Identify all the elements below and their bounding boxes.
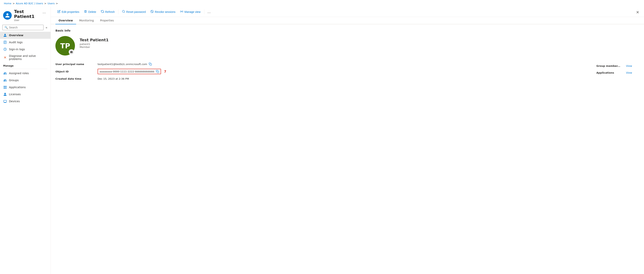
tab-monitoring[interactable]: Monitoring xyxy=(76,17,97,24)
sidebar-item-diagnose[interactable]: Diagnose and solve problems xyxy=(0,53,50,62)
svg-rect-8 xyxy=(6,86,6,87)
page-subtitle: User xyxy=(14,19,39,22)
applications-icon xyxy=(3,85,7,89)
main-content: ✕ Edit properties Delete xyxy=(51,7,644,274)
manage-view-icon xyxy=(180,10,183,14)
sidebar-item-applications[interactable]: Applications xyxy=(0,84,50,91)
basic-info-heading: Basic info xyxy=(56,29,639,32)
svg-point-12 xyxy=(122,10,124,12)
groups-icon xyxy=(3,78,7,82)
applications-view-link[interactable]: View xyxy=(626,71,632,74)
group-member-row: Group member... View xyxy=(596,63,639,69)
profile-info: Test Patient1 patient1 Member xyxy=(80,36,108,48)
tab-properties[interactable]: Properties xyxy=(97,17,117,24)
sidebar-header: Test Patient1 User ... xyxy=(0,7,50,23)
svg-rect-9 xyxy=(4,88,5,89)
edit-properties-label: Edit properties xyxy=(62,10,79,13)
diagnose-icon xyxy=(3,55,7,59)
change-photo-button[interactable] xyxy=(69,49,74,55)
search-icon: 🔍 xyxy=(4,26,8,29)
sidebar-item-overview[interactable]: Overview xyxy=(0,32,50,39)
collapse-button[interactable]: « xyxy=(45,25,48,30)
nav-items: Overview Audit logs Sign-in logs xyxy=(0,32,50,62)
copy-upn-button[interactable] xyxy=(149,63,152,66)
reset-password-button[interactable]: Reset password xyxy=(120,9,148,15)
tabs-bar: Overview Monitoring Properties xyxy=(51,17,644,24)
close-button[interactable]: ✕ xyxy=(636,10,639,15)
upn-value: testpatient1@testb2c.onmicrosoft.com xyxy=(98,63,152,66)
sidebar-item-audit-logs-label: Audit logs xyxy=(9,41,23,44)
devices-icon xyxy=(3,99,7,103)
sidebar-item-licenses-label: Licenses xyxy=(9,93,21,96)
toolbar: Edit properties Delete Refresh xyxy=(51,7,644,17)
breadcrumb-aad[interactable]: Azure AD B2C | Users xyxy=(16,2,43,5)
sidebar-item-assigned-roles[interactable]: Assigned roles xyxy=(0,70,50,77)
manage-view-button[interactable]: Manage view xyxy=(178,9,202,15)
overview-icon xyxy=(3,33,7,37)
breadcrumb-home[interactable]: Home xyxy=(4,2,11,5)
refresh-label: Refresh xyxy=(105,10,115,13)
svg-line-14 xyxy=(151,10,153,12)
sidebar: Test Patient1 User ... 🔍 « xyxy=(0,7,51,274)
object-id-row: Object ID aaaaaaaa-0000-1111-2222-bbbbbb… xyxy=(56,67,581,76)
group-member-label: Group member... xyxy=(596,64,624,67)
manage-divider xyxy=(3,69,48,69)
toolbar-more-button[interactable]: ... xyxy=(206,9,212,15)
sidebar-item-signin-logs[interactable]: Sign-in logs xyxy=(0,46,50,53)
svg-rect-16 xyxy=(150,64,152,65)
manage-items: Assigned roles Groups Applications xyxy=(0,70,50,105)
svg-rect-7 xyxy=(4,86,5,87)
delete-button[interactable]: Delete xyxy=(82,9,98,15)
refresh-icon xyxy=(101,10,104,14)
sidebar-item-applications-label: Applications xyxy=(9,86,26,89)
refresh-button[interactable]: Refresh xyxy=(99,9,117,15)
sidebar-item-devices[interactable]: Devices xyxy=(0,98,50,105)
breadcrumb: Home > Azure AD B2C | Users > Users > xyxy=(0,0,644,7)
content-area: Basic info TP Test Patient1 patient1 xyxy=(51,24,644,274)
profile-username: patient1 xyxy=(80,43,108,46)
profile-name: Test Patient1 xyxy=(80,38,108,42)
toolbar-divider-1 xyxy=(118,9,118,14)
profile-role: Member xyxy=(80,46,108,48)
object-id-value-wrapper: aaaaaaaa-0000-1111-2222-bbbbbbbbbbbb 7 xyxy=(98,69,166,74)
revoke-sessions-button[interactable]: Revoke sessions xyxy=(148,9,178,15)
sidebar-item-groups[interactable]: Groups xyxy=(0,77,50,84)
revoke-sessions-label: Revoke sessions xyxy=(155,10,176,13)
reset-password-label: Reset password xyxy=(126,10,146,13)
svg-point-15 xyxy=(181,11,182,12)
sidebar-item-assigned-roles-label: Assigned roles xyxy=(9,72,29,75)
sidebar-item-devices-label: Devices xyxy=(9,100,20,103)
signin-logs-icon xyxy=(3,47,7,51)
sidebar-item-overview-label: Overview xyxy=(9,34,24,37)
object-id-label: Object ID xyxy=(56,70,94,73)
svg-rect-17 xyxy=(157,71,159,73)
created-date-row: Created date time Dec 15, 2023 at 2:36 P… xyxy=(56,76,581,82)
more-options-button[interactable]: ... xyxy=(41,9,48,15)
sidebar-item-diagnose-label: Diagnose and solve problems xyxy=(9,54,48,61)
sidebar-item-groups-label: Groups xyxy=(9,79,19,82)
avatar-wrapper: TP xyxy=(56,36,75,55)
applications-label: Applications xyxy=(596,71,624,74)
copy-object-id-button[interactable] xyxy=(156,70,159,73)
search-wrapper: 🔍 « xyxy=(0,23,50,32)
edit-properties-button[interactable]: Edit properties xyxy=(56,9,81,15)
group-member-view-link[interactable]: View xyxy=(626,64,632,67)
svg-rect-10 xyxy=(6,88,6,89)
created-date-value: Dec 15, 2023 at 2:36 PM xyxy=(98,77,129,80)
search-input[interactable] xyxy=(9,26,41,29)
page-title: Test Patient1 xyxy=(14,9,39,19)
licenses-icon xyxy=(3,92,7,96)
reset-password-icon xyxy=(122,10,125,14)
info-columns: User principal name testpatient1@testb2c… xyxy=(56,61,639,82)
sidebar-item-licenses[interactable]: Licenses xyxy=(0,91,50,98)
upn-row: User principal name testpatient1@testb2c… xyxy=(56,61,581,67)
tab-overview[interactable]: Overview xyxy=(56,17,76,24)
revoke-sessions-icon xyxy=(150,10,154,14)
search-box[interactable]: 🔍 xyxy=(2,25,44,30)
breadcrumb-users[interactable]: Users xyxy=(48,2,55,5)
manage-section-label: Manage xyxy=(0,62,50,68)
info-left: User principal name testpatient1@testb2c… xyxy=(56,61,581,82)
delete-icon xyxy=(84,10,87,14)
sidebar-item-audit-logs[interactable]: Audit logs xyxy=(0,39,50,46)
audit-logs-icon xyxy=(3,40,7,44)
